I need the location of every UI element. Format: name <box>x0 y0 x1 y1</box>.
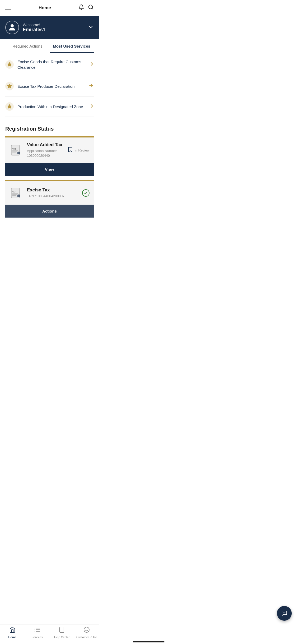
excise-card-name: Excise Tax <box>27 187 82 193</box>
welcome-left: Welcome! Emirates1 <box>5 21 45 34</box>
svg-text:VAT: VAT <box>12 148 16 150</box>
service-name: Excise Tax Producer Declaration <box>17 84 86 89</box>
excise-card-content: VAT Excise Tax TRN :100644004200007 <box>5 181 94 205</box>
avatar <box>5 21 19 34</box>
view-button[interactable]: View <box>5 163 94 176</box>
welcome-text: Welcome! Emirates1 <box>23 22 45 33</box>
tabs: Required Actions Most Used Services <box>0 39 99 53</box>
excise-card-info: Excise Tax TRN :100644004200007 <box>27 187 82 199</box>
status-text: In Review <box>74 148 89 152</box>
services-list: Excise Goods that Require Customs Cleara… <box>0 53 99 117</box>
svg-rect-24 <box>17 195 20 197</box>
registration-section: Registration Status VAT Value Added Tax <box>0 119 99 218</box>
service-name: Production Within a Designated Zone <box>17 104 86 109</box>
vat-card-info: Value Added Tax Application Number 10300… <box>27 142 68 158</box>
search-icon[interactable] <box>88 4 94 12</box>
registration-title: Registration Status <box>5 126 94 132</box>
excise-registration-card: VAT Excise Tax TRN :100644004200007 <box>5 181 94 218</box>
header: Home <box>0 0 99 16</box>
chevron-down-icon[interactable] <box>88 24 94 31</box>
arrow-icon <box>88 61 94 68</box>
bookmark-icon <box>68 146 73 154</box>
vat-card-name: Value Added Tax <box>27 142 68 148</box>
tab-most-used-services[interactable]: Most Used Services <box>50 39 94 53</box>
verified-icon <box>82 189 89 197</box>
star-icon <box>5 82 14 90</box>
svg-rect-18 <box>17 152 20 154</box>
vat-registration-card: VAT Value Added Tax Application Number 1… <box>5 137 94 176</box>
list-item[interactable]: Excise Tax Producer Declaration <box>5 76 94 96</box>
welcome-banner: Welcome! Emirates1 <box>0 16 99 39</box>
svg-point-2 <box>11 25 13 27</box>
list-item[interactable]: Excise Goods that Require Customs Cleara… <box>5 53 94 76</box>
excise-card-status <box>82 189 89 197</box>
greeting-text: Welcome! <box>23 22 45 27</box>
star-icon <box>5 60 14 69</box>
svg-line-1 <box>92 8 93 9</box>
username-text: Emirates1 <box>23 27 45 33</box>
page-title: Home <box>39 5 51 11</box>
notification-icon[interactable] <box>78 4 84 12</box>
star-icon <box>5 102 14 111</box>
svg-text:VAT: VAT <box>12 191 16 193</box>
actions-button[interactable]: Actions <box>5 205 94 218</box>
arrow-icon <box>88 103 94 110</box>
vat-card-status: In Review <box>68 146 89 154</box>
list-item[interactable]: Production Within a Designated Zone <box>5 96 94 117</box>
vat-card-sub: Application Number 103000020440 <box>27 149 68 158</box>
service-name: Excise Goods that Require Customs Cleara… <box>17 59 86 70</box>
excise-card-trn: TRN :100644004200007 <box>27 194 82 199</box>
vat-card-content: VAT Value Added Tax Application Number 1… <box>5 137 94 163</box>
vat-icon: VAT <box>10 143 23 157</box>
arrow-icon <box>88 83 94 90</box>
excise-icon: VAT <box>10 186 23 200</box>
menu-button[interactable] <box>5 6 11 10</box>
header-icons <box>78 4 94 12</box>
tab-required-actions[interactable]: Required Actions <box>5 39 50 53</box>
